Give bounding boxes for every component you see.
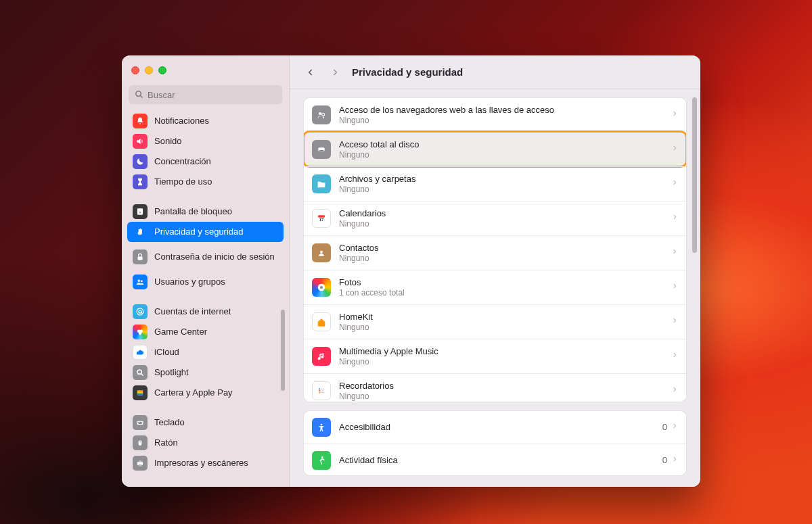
svg-point-36 bbox=[320, 251, 323, 254]
settings-row-acceso-total-al-disco[interactable]: Acceso total al discoNinguno bbox=[304, 132, 686, 166]
sidebar-item-rat-n[interactable]: Ratón bbox=[127, 433, 284, 453]
sidebar-list[interactable]: NotificacionesSonidoConcentraciónTiempo … bbox=[122, 110, 289, 487]
photos-icon bbox=[312, 278, 331, 297]
chevron-right-icon bbox=[671, 178, 678, 190]
sidebar-item-cartera-y-apple-pay[interactable]: Cartera y Apple Pay bbox=[127, 383, 284, 403]
sidebar-item-game-center[interactable]: Game Center bbox=[127, 322, 284, 342]
moon-icon bbox=[133, 154, 148, 169]
sidebar-item-label: Privacidad y seguridad bbox=[154, 227, 244, 237]
row-subtitle: Ninguno bbox=[339, 150, 663, 160]
sidebar-item-label: Sonido bbox=[154, 137, 181, 147]
sidebar-scrollbar[interactable] bbox=[281, 310, 285, 391]
sidebar-item-concentraci-n[interactable]: Concentración bbox=[127, 151, 284, 172]
chevron-right-icon bbox=[671, 143, 678, 156]
sidebar-item-icloud[interactable]: iCloud bbox=[127, 342, 284, 362]
settings-row-acceso-de-los-navegadores-web-a-las-llaves-de-acceso[interactable]: Acceso de los navegadores web a las llav… bbox=[304, 98, 686, 132]
settings-row-accesibilidad[interactable]: Accesibilidad0 bbox=[304, 411, 686, 444]
sidebar-item-impresoras-y-esc-neres[interactable]: Impresoras y escáneres bbox=[127, 453, 284, 473]
settings-row-recordatorios[interactable]: RecordatoriosNinguno bbox=[304, 373, 686, 402]
row-subtitle: Ninguno bbox=[339, 254, 663, 263]
svg-point-6 bbox=[141, 280, 143, 282]
keyboard-icon bbox=[133, 415, 148, 430]
home-icon bbox=[312, 312, 331, 331]
sidebar-item-label: Ratón bbox=[154, 438, 178, 448]
row-subtitle: Ninguno bbox=[339, 391, 663, 401]
settings-row-homekit[interactable]: HomeKitNinguno bbox=[304, 304, 686, 339]
window-minimize[interactable] bbox=[145, 66, 153, 74]
nav-forward-button[interactable] bbox=[328, 65, 342, 80]
svg-rect-4 bbox=[138, 256, 143, 260]
settings-row-multimedia-y-apple-music[interactable]: Multimedia y Apple MusicNinguno bbox=[304, 339, 686, 373]
sidebar-item-label: Spotlight bbox=[154, 368, 189, 378]
svg-point-40 bbox=[319, 388, 320, 389]
folder-icon bbox=[312, 174, 331, 193]
sidebar-item-teclado[interactable]: Teclado bbox=[127, 412, 284, 433]
svg-rect-27 bbox=[139, 460, 142, 462]
sidebar-item-pantalla-de-bloqueo[interactable]: Pantalla de bloqueo bbox=[127, 201, 284, 222]
sidebar-item-label: iCloud bbox=[154, 348, 179, 358]
main-scrollbar[interactable] bbox=[692, 97, 697, 253]
cloud-icon bbox=[133, 345, 148, 360]
svg-point-41 bbox=[319, 390, 320, 391]
row-count: 0 bbox=[662, 455, 667, 465]
sidebar-item-notificaciones[interactable]: Notificaciones bbox=[127, 111, 284, 131]
sidebar-item-label: Teclado bbox=[154, 418, 185, 428]
svg-point-47 bbox=[321, 456, 323, 458]
music-icon bbox=[312, 347, 331, 366]
main-header: Privacidad y seguridad bbox=[290, 55, 700, 89]
svg-rect-32 bbox=[319, 150, 324, 151]
sidebar: NotificacionesSonidoConcentraciónTiempo … bbox=[122, 55, 290, 487]
chevron-right-icon bbox=[671, 247, 678, 259]
sidebar-item-tiempo-de-uso[interactable]: Tiempo de uso bbox=[127, 172, 284, 192]
svg-rect-15 bbox=[137, 391, 143, 393]
svg-line-1 bbox=[140, 95, 142, 97]
main-content[interactable]: Acceso de los navegadores web a las llav… bbox=[290, 89, 700, 487]
window-close[interactable] bbox=[131, 66, 139, 74]
lock-screen-icon bbox=[133, 204, 148, 219]
settings-row-contactos[interactable]: ContactosNinguno bbox=[304, 235, 686, 270]
sidebar-item-cuentas-de-internet[interactable]: Cuentas de internet bbox=[127, 302, 284, 322]
sidebar-item-sonido[interactable]: Sonido bbox=[127, 131, 284, 151]
svg-rect-16 bbox=[137, 393, 143, 394]
row-title: Actividad física bbox=[339, 455, 654, 465]
sidebar-item-privacidad-y-seguridad[interactable]: Privacidad y seguridad bbox=[127, 222, 284, 242]
settings-row-actividad-f-sica[interactable]: Actividad física0 bbox=[304, 444, 686, 476]
row-title: Archivos y carpetas bbox=[339, 174, 663, 184]
window-controls bbox=[122, 55, 289, 85]
chevron-right-icon bbox=[671, 109, 678, 121]
svg-point-38 bbox=[320, 286, 323, 289]
svg-rect-18 bbox=[137, 421, 143, 425]
settings-row-calendarios[interactable]: 17CalendariosNinguno bbox=[304, 201, 686, 235]
row-subtitle: Ninguno bbox=[339, 323, 663, 332]
sidebar-item-usuarios-y-grupos[interactable]: Usuarios y grupos bbox=[127, 272, 284, 292]
chevron-right-icon bbox=[671, 212, 678, 224]
at-icon bbox=[133, 304, 148, 319]
sidebar-item-contrase-a-de-inicio-de-sesi-n[interactable]: Contraseña de inicio de sesión bbox=[127, 242, 284, 272]
row-subtitle: Ninguno bbox=[339, 185, 663, 194]
settings-row-fotos[interactable]: Fotos1 con acceso total bbox=[304, 270, 686, 304]
users-icon bbox=[133, 275, 148, 289]
row-title: Recordatorios bbox=[339, 381, 663, 391]
chevron-right-icon bbox=[671, 350, 678, 362]
reminders-icon bbox=[312, 381, 331, 400]
sidebar-item-label: Cuentas de internet bbox=[154, 307, 231, 317]
window-zoom[interactable] bbox=[158, 66, 166, 74]
nav-back-button[interactable] bbox=[303, 65, 318, 80]
search-input[interactable] bbox=[129, 85, 282, 104]
svg-point-5 bbox=[138, 280, 141, 283]
lock-icon bbox=[133, 249, 148, 264]
chevron-right-icon bbox=[671, 281, 678, 293]
sidebar-item-label: Cartera y Apple Pay bbox=[154, 388, 233, 398]
svg-line-12 bbox=[141, 374, 143, 376]
settings-row-archivos-y-carpetas[interactable]: Archivos y carpetasNinguno bbox=[304, 166, 686, 201]
disk-icon bbox=[312, 140, 331, 159]
svg-rect-21 bbox=[140, 422, 141, 423]
sidebar-item-spotlight[interactable]: Spotlight bbox=[127, 362, 284, 383]
hourglass-icon bbox=[133, 174, 148, 189]
sidebar-item-label: Impresoras y escáneres bbox=[154, 458, 248, 469]
sidebar-item-label: Game Center bbox=[154, 327, 207, 337]
gamecenter-icon bbox=[133, 325, 148, 339]
svg-rect-28 bbox=[139, 465, 142, 467]
settings-group: Accesibilidad0Actividad física0 bbox=[303, 410, 687, 476]
mouse-icon bbox=[133, 435, 148, 450]
